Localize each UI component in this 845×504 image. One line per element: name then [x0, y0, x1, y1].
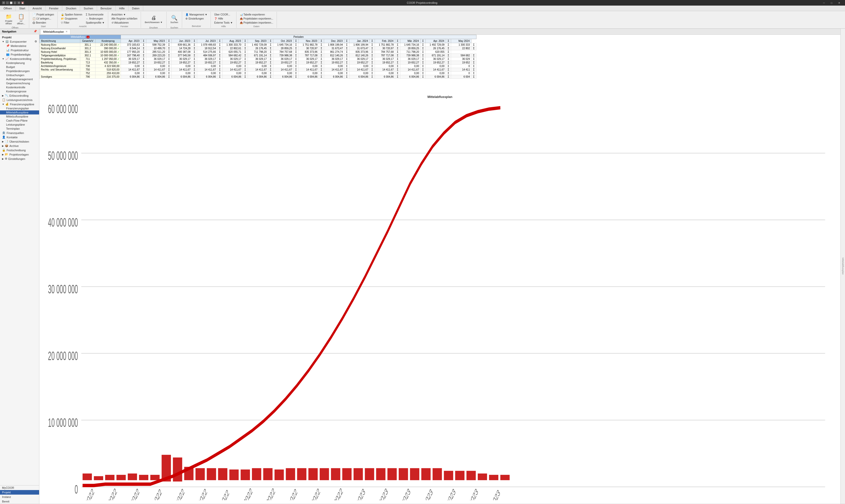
nav-gear-icon[interactable]: ⚙	[35, 40, 37, 43]
col-may24[interactable]: May 2024	[451, 39, 471, 43]
nav-projektstruktur[interactable]: 📊 Projektstruktur	[0, 48, 39, 52]
nav-budget[interactable]: Budget	[0, 65, 39, 69]
tools-button[interactable]: Externe Tools ▼	[213, 21, 234, 24]
print-button[interactable]: 🖨 Berichtswesen ▼	[143, 13, 164, 26]
tab-fenster[interactable]: Fenster	[46, 5, 62, 11]
nav-projekt-footer[interactable]: Projekt	[0, 490, 39, 494]
tab-close-button[interactable]: ✕	[66, 30, 68, 33]
open-project-button[interactable]: 📁 Projektöffnen	[3, 13, 14, 26]
table-row[interactable]: Bauleitung713432 350,00 ✓19 652,27Σ19 65…	[40, 61, 477, 65]
nav-europacenter[interactable]: ▼ 🏢 Europacenter ⚙	[0, 39, 39, 44]
nav-terminplan[interactable]: Terminplan	[0, 127, 39, 131]
table-row[interactable]: 752259 410,00 0,00Σ0,00Σ0,00Σ0,00Σ0,00Σ0…	[40, 72, 477, 75]
nav-mittelzuflussplaene[interactable]: Mittelzuflusspläne	[0, 114, 39, 119]
group-button[interactable]: 📂 Gruppieren	[60, 17, 84, 21]
nav-meilensteine[interactable]: 📌 Meilensteine	[0, 44, 39, 48]
exit-button[interactable]: ⏻ Beenden	[31, 21, 55, 24]
table-row[interactable]: Rechts- und Steuerberatung750518 820,00 …	[40, 68, 477, 72]
refresh-button[interactable]: ↺ Aktualisieren	[110, 21, 139, 24]
nav-gegenverrechnung[interactable]: Gegenverrechnung	[0, 81, 39, 85]
table-row[interactable]: Architekten/Ingenieure7304 323 500,00 0,…	[40, 65, 477, 68]
create-project-button[interactable]: 📄 Projekt anlegen	[31, 13, 55, 17]
nav-instanz[interactable]: Instanz	[0, 494, 39, 499]
nav-erloescontrolling[interactable]: ▶ 📉 Erlöscontrolling	[0, 93, 39, 98]
col-mar24[interactable]: Mär. 2024	[400, 39, 420, 43]
col-may23[interactable]: May 2023	[146, 39, 167, 43]
nav-expand-archive[interactable]: ▶	[2, 145, 4, 147]
table-scroll-wrap[interactable]: Mittelabfluss a Perioden Bezeichnung Gew…	[39, 35, 841, 93]
nav-einstellungen[interactable]: ▶ ⚙ Einstellungen	[0, 157, 39, 161]
col-sep23[interactable]: Sep. 2023	[248, 39, 268, 43]
col-dez23[interactable]: Dez. 2023	[324, 39, 344, 43]
settings-button[interactable]: ⚙ Einstellungen	[184, 17, 208, 21]
nav-kostencontrolling[interactable]: ▼ 📈 Kostencontrolling	[0, 57, 39, 61]
col-nov23[interactable]: Nov. 2023	[299, 39, 319, 43]
col-profiles-button[interactable]: Spaltenprofile ▼	[85, 21, 106, 24]
tb-icon3[interactable]: ▷	[14, 1, 17, 4]
col-kostenprog[interactable]: Kostenprog	[96, 39, 121, 43]
table-row[interactable]: Tiefgaragenstellplätze302.110 000 000,00…	[40, 54, 477, 57]
create-lv-button[interactable]: 📋 LV anlegen...	[31, 17, 55, 21]
nav-umbuchungen[interactable]: Umbuchungen	[0, 73, 39, 77]
nav-archive[interactable]: ▶ 📦 Archive	[0, 144, 39, 148]
nav-kostenplanung[interactable]: Kostenplanung	[0, 61, 39, 65]
nav-pin-icon[interactable]: 📌	[34, 30, 37, 33]
nav-expand-europacenter[interactable]: ▼	[2, 40, 4, 43]
nav-auftragsmanagement[interactable]: Auftragsmanagement	[0, 77, 39, 81]
nav-projektbeteiligte[interactable]: 👥 Projektbeteiligte	[0, 52, 39, 57]
col-oct23[interactable]: Oct. 2023	[273, 39, 294, 43]
nav-cashflow-plaene[interactable]: Cash-Flow-Pläne	[0, 119, 39, 123]
about-button[interactable]: Über COOR...	[213, 13, 234, 17]
close-button[interactable]: ✕	[835, 0, 843, 5]
tab-ansicht[interactable]: Ansicht	[29, 5, 46, 11]
mittelabflussplan-tab[interactable]: Mittelabflussplan ✕	[40, 29, 70, 34]
nav-festschreibung[interactable]: 🔒 Festschreibung	[0, 148, 39, 152]
tab-benutzer[interactable]: Benutzer	[97, 5, 116, 11]
tab-suchen[interactable]: Suchen	[80, 5, 97, 11]
col-feb24[interactable]: Feb. 2024	[375, 39, 395, 43]
nav-kostenkontrolle[interactable]: Kostenkontrolle	[0, 85, 39, 89]
export-table-button[interactable]: 📊 Tabelle exportieren	[239, 13, 275, 17]
nav-expand-projvorlagen[interactable]: ▶	[2, 153, 4, 156]
tb-icon4[interactable]: ⚙	[17, 1, 20, 4]
col-gewerk[interactable]: Gewerk/V	[80, 39, 96, 43]
nav-expand-kosten[interactable]: ▼	[2, 58, 4, 60]
nav-expand-erloes[interactable]: ▶	[2, 94, 4, 97]
nav-leistungsverzeichnis[interactable]: 📋 Leistungsverzeichnis	[0, 98, 39, 102]
col-apr24[interactable]: Apr. 2024	[426, 39, 446, 43]
nav-finanzierungsplaene[interactable]: ▼ 💰 Finanzierungspläne	[0, 102, 39, 106]
close-all-button[interactable]: Alle Register schließen	[110, 17, 139, 21]
search-button[interactable]: 🔍 Suchen	[169, 13, 180, 26]
views-button[interactable]: Ansichten ▼	[110, 13, 139, 17]
col-apr23[interactable]: Apr. 2023	[121, 39, 141, 43]
sum-row-button[interactable]: Σ Summenzeile	[85, 13, 106, 17]
nav-expand-einst[interactable]: ▶	[2, 158, 4, 160]
tab-daten[interactable]: Daten	[128, 5, 143, 11]
nav-projektaenderungen[interactable]: Projektänderungen	[0, 69, 39, 73]
tab-start[interactable]: Start	[16, 5, 29, 11]
table-row[interactable]: Nutzung Hotel301.310 605 000,00 ✓177 950…	[40, 50, 477, 54]
tb-icon5[interactable]: ⏰	[21, 1, 24, 4]
nav-finanzierungsplan[interactable]: Finanzierungsplan	[0, 106, 39, 110]
tab-drucken[interactable]: Drucken	[62, 5, 80, 11]
management-button[interactable]: 👤 Management ▼	[184, 13, 208, 17]
import-project-button[interactable]: 📥 Projektdaten importieren...	[239, 21, 275, 24]
tab-oeffnen[interactable]: Öffnen	[0, 5, 16, 11]
table-row[interactable]: Sonstiges790216 375,00 6 004,86Σ6 004,86…	[40, 75, 477, 79]
col-bezeichnung[interactable]: Bezeichnung	[40, 39, 80, 43]
nav-kostenprognose[interactable]: Kostenprognose	[0, 89, 39, 93]
nav-finanzquellen[interactable]: 🏦 Finanzquellen	[0, 131, 39, 135]
nav-kontakte[interactable]: 👤 Kontakte	[0, 135, 39, 139]
help-button[interactable]: ❓ Hilfe	[213, 17, 234, 21]
tab-hilfe[interactable]: Hilfe	[116, 5, 128, 11]
minimize-button[interactable]: ─	[820, 0, 828, 5]
col-jan24[interactable]: Jan. 2024	[349, 39, 370, 43]
col-aug23[interactable]: Aug. 2023	[223, 39, 243, 43]
tb-icon2[interactable]: ⬜	[10, 1, 13, 4]
export-project-button[interactable]: 📤 Projektdaten exportieren...	[239, 17, 275, 21]
col-jun23[interactable]: Jun. 2023	[172, 39, 192, 43]
freeze-cols-button[interactable]: 🔒 Spalten fixieren	[60, 13, 84, 17]
nav-leistungsplaene[interactable]: Leistungspläne	[0, 123, 39, 127]
table-row[interactable]: Projektentwicklung, Projektman7111 297 0…	[40, 57, 477, 61]
table-row[interactable]: Nutzung Einzelhandel301.2390 000,00 ✓6 5…	[40, 47, 477, 50]
